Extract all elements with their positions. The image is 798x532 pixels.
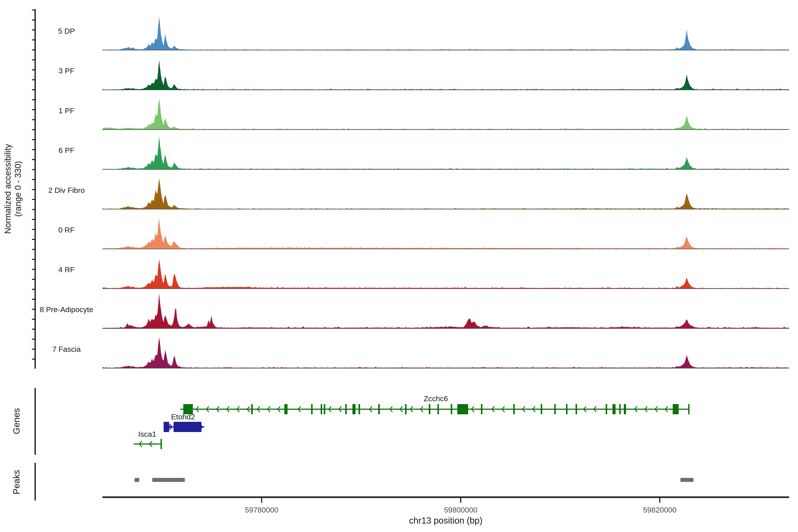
gene-exon-Zcchc6 — [345, 404, 347, 414]
x-axis-tick-label: 59800000 — [444, 506, 477, 514]
track-label: 4 RF — [58, 265, 75, 274]
gene-exon-Zcchc6 — [513, 404, 515, 414]
coverage-area-1-pf — [102, 98, 789, 130]
x-axis-tick-label: 59780000 — [245, 506, 279, 514]
gene-exon-Zcchc6 — [673, 404, 679, 414]
gene-exon-Zcchc6 — [284, 404, 287, 414]
track-label: 3 PF — [58, 66, 75, 75]
y-axis-label-line2: (range 0 - 330) — [13, 161, 23, 216]
gene-exon-Zcchc6 — [324, 404, 325, 414]
peak-region — [681, 478, 694, 482]
x-axis-tick-label: 59820000 — [643, 506, 677, 514]
gene-exon-Zcchc6 — [554, 404, 556, 414]
genes-track-label: Genes — [12, 408, 21, 434]
gene-exon-Zcchc6 — [378, 404, 380, 414]
track-label: 2 Div Fibro — [48, 186, 85, 194]
gene-exon-Isca1 — [160, 439, 162, 449]
gene-exon-Zcchc6 — [688, 404, 690, 414]
peaks-track-label: Peaks — [12, 470, 21, 494]
gene-name-label: Etohd2 — [171, 413, 195, 421]
peak-region — [135, 478, 139, 482]
gene-exon-Zcchc6 — [405, 404, 406, 414]
gene-exon-Zcchc6 — [612, 404, 615, 414]
gene-exon-Zcchc6 — [437, 404, 439, 414]
coverage-area-0-rf — [102, 218, 789, 249]
gene-exon-Zcchc6 — [311, 404, 313, 414]
coverage-area-6-pf — [102, 136, 789, 170]
gene-exon-Etohd2 — [164, 422, 169, 432]
coverage-area-4-rf — [102, 259, 789, 289]
track-label: 8 Pre-Adipocyte — [40, 305, 93, 314]
coverage-area-2-div-fibro — [102, 178, 789, 209]
gene-exon-Zcchc6 — [624, 404, 626, 414]
gene-exon-Zcchc6 — [566, 404, 568, 414]
gene-exon-Zcchc6 — [429, 404, 430, 414]
gene-exon-Zcchc6 — [358, 404, 360, 414]
peak-region — [152, 478, 185, 482]
plot-canvas: Normalized accessibility (range 0 - 330)… — [0, 0, 798, 532]
coverage-area-8-pre-adipocyte — [102, 293, 789, 328]
dynamic-layer: 5 DP3 PF1 PF6 PF2 Div Fibro0 RF4 RF8 Pre… — [32, 9, 789, 514]
coverage-area-5-dp — [102, 16, 789, 50]
gene-exon-Zcchc6 — [481, 404, 482, 414]
gene-exon-Zcchc6 — [575, 404, 577, 414]
track-label: 5 DP — [58, 27, 75, 35]
gene-name-label: Isca1 — [138, 430, 156, 438]
gene-exon-Zcchc6 — [540, 404, 542, 414]
gene-exon-Zcchc6 — [451, 404, 452, 414]
gene-exon-Zcchc6 — [457, 404, 468, 414]
gene-exon-Zcchc6 — [353, 404, 356, 414]
track-label: 6 PF — [58, 146, 75, 154]
track-label: 1 PF — [58, 107, 75, 115]
x-axis-title: chr13 position (bp) — [409, 516, 482, 525]
coverage-area-7-fascia — [102, 337, 789, 368]
genome-browser-figure: Normalized accessibility (range 0 - 330)… — [0, 0, 798, 532]
gene-exon-Zcchc6 — [251, 404, 253, 414]
gene-exon-Zcchc6 — [321, 404, 322, 414]
gene-exon-Etohd2 — [174, 422, 202, 432]
track-label: 7 Fascia — [52, 345, 81, 353]
gene-name-label: Zcchc6 — [424, 394, 448, 403]
track-label: 0 RF — [58, 226, 75, 234]
coverage-area-3-pf — [102, 60, 789, 90]
gene-exon-Zcchc6 — [606, 404, 607, 414]
y-axis-label-line1: Normalized accessibility — [3, 144, 13, 234]
gene-exon-Zcchc6 — [619, 404, 621, 414]
